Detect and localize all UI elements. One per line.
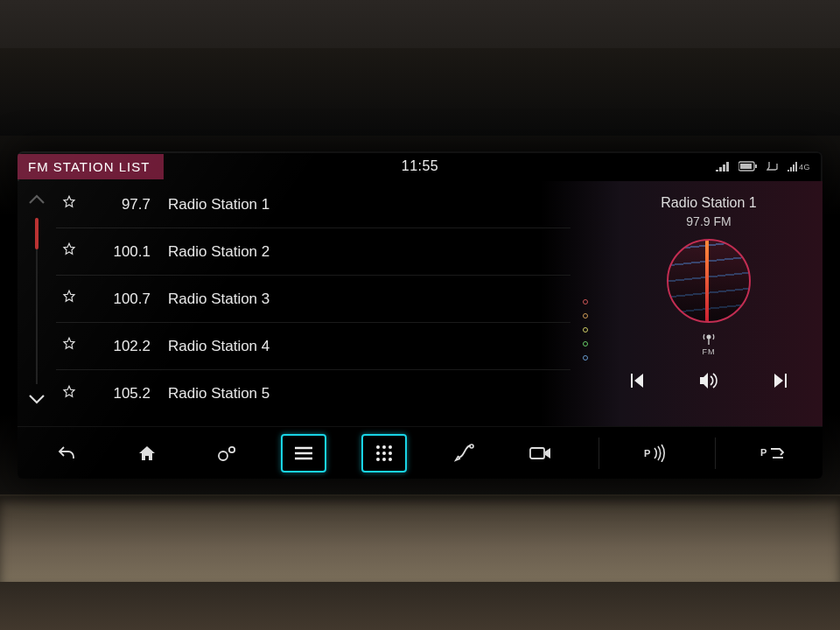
- signal-dot: [583, 355, 588, 360]
- station-row[interactable]: 102.2 Radio Station 4: [56, 323, 570, 370]
- bottombar-right-group: P P: [518, 434, 796, 472]
- svg-point-9: [376, 452, 380, 455]
- list-scroll-column: [18, 181, 56, 426]
- battery-icon: [738, 161, 758, 172]
- svg-point-8: [388, 445, 392, 449]
- signal-dot: [583, 299, 588, 304]
- station-name: Radio Station 5: [168, 385, 570, 402]
- scroll-thumb[interactable]: [35, 218, 38, 249]
- infotainment-screen: FM STATION LIST 11:55 4G: [18, 151, 822, 479]
- network-4g-icon: 4G: [788, 161, 810, 172]
- scroll-up-button[interactable]: [28, 193, 46, 209]
- svg-text:P: P: [760, 447, 766, 458]
- station-name: Radio Station 2: [168, 243, 570, 261]
- signal-dot: [583, 327, 588, 332]
- separator: [715, 438, 716, 469]
- station-list-pane: 97.7 Radio Station 1 100.1 Radio Station…: [18, 181, 576, 426]
- station-row[interactable]: 97.7 Radio Station 1: [56, 181, 570, 228]
- favorite-star-icon[interactable]: [61, 242, 80, 262]
- dashboard-trim-top: [0, 48, 840, 136]
- cell-signal-icon: [716, 161, 730, 172]
- volume-button[interactable]: [690, 367, 728, 398]
- now-playing-panel: Radio Station 1 97.9 FM FM: [595, 181, 822, 426]
- bottombar-center-group: [281, 434, 487, 472]
- bottom-bar: P P: [18, 426, 822, 479]
- main-area: 97.7 Radio Station 1 100.1 Radio Station…: [18, 181, 822, 426]
- svg-point-6: [376, 445, 380, 449]
- svg-point-15: [470, 444, 473, 448]
- page-title: FM STATION LIST: [18, 154, 164, 179]
- now-playing-name: Radio Station 1: [661, 195, 756, 211]
- scroll-down-button[interactable]: [28, 393, 46, 409]
- svg-point-11: [388, 452, 392, 455]
- svg-point-4: [219, 452, 228, 460]
- status-bar: FM STATION LIST 11:55 4G: [18, 151, 822, 181]
- separator: [598, 438, 599, 469]
- band-indicator: FM: [701, 332, 717, 356]
- park-assist-sensors-button[interactable]: P: [634, 434, 680, 472]
- svg-point-5: [229, 446, 234, 452]
- station-row[interactable]: 100.7 Radio Station 3: [56, 276, 570, 323]
- seat-icon: [766, 160, 779, 172]
- media-source-button[interactable]: [442, 434, 487, 472]
- next-track-button[interactable]: [764, 368, 797, 396]
- clock: 11:55: [402, 158, 439, 174]
- signal-quality-indicator: [576, 181, 595, 426]
- svg-point-10: [382, 452, 386, 455]
- playback-controls: [602, 367, 816, 398]
- svg-point-3: [707, 335, 711, 340]
- signal-dot: [583, 313, 588, 318]
- svg-rect-1: [740, 164, 752, 169]
- station-row[interactable]: 100.1 Radio Station 2: [56, 228, 570, 276]
- station-frequency: 102.2: [98, 338, 150, 355]
- svg-rect-16: [530, 448, 544, 458]
- favorite-star-icon[interactable]: [61, 194, 80, 214]
- antenna-icon: [701, 332, 717, 346]
- camera-button[interactable]: [518, 434, 564, 472]
- scroll-track[interactable]: [36, 218, 38, 384]
- now-playing-frequency: 97.9 FM: [686, 214, 731, 228]
- auto-park-button[interactable]: P: [751, 434, 796, 472]
- bottombar-left-group: [44, 434, 250, 472]
- favorite-star-icon[interactable]: [61, 336, 80, 356]
- station-list: 97.7 Radio Station 1 100.1 Radio Station…: [56, 181, 576, 426]
- favorite-star-icon[interactable]: [61, 384, 80, 404]
- keypad-button[interactable]: [361, 434, 407, 472]
- home-button[interactable]: [124, 434, 170, 472]
- station-name: Radio Station 3: [168, 290, 570, 308]
- band-label: FM: [703, 347, 716, 356]
- station-frequency: 100.7: [98, 290, 150, 308]
- status-icons: 4G: [716, 160, 810, 172]
- svg-rect-2: [755, 164, 757, 168]
- svg-point-14: [388, 458, 392, 461]
- prev-track-button[interactable]: [620, 368, 654, 396]
- station-frequency: 97.7: [98, 196, 150, 214]
- station-name: Radio Station 1: [168, 196, 570, 214]
- svg-text:P: P: [644, 448, 650, 458]
- station-frequency: 105.2: [98, 385, 150, 402]
- back-button[interactable]: [44, 434, 89, 472]
- list-view-button[interactable]: [281, 434, 326, 472]
- station-row[interactable]: 105.2 Radio Station 5: [56, 370, 570, 417]
- settings-button[interactable]: [205, 434, 250, 472]
- station-name: Radio Station 4: [168, 338, 570, 355]
- tuner-dial[interactable]: [667, 239, 751, 323]
- svg-point-12: [376, 458, 380, 461]
- svg-point-7: [382, 445, 386, 449]
- station-frequency: 100.1: [98, 243, 150, 261]
- favorite-star-icon[interactable]: [61, 289, 80, 309]
- svg-point-13: [382, 458, 386, 461]
- signal-dot: [583, 341, 588, 346]
- dashboard-trim-bottom: [0, 494, 840, 582]
